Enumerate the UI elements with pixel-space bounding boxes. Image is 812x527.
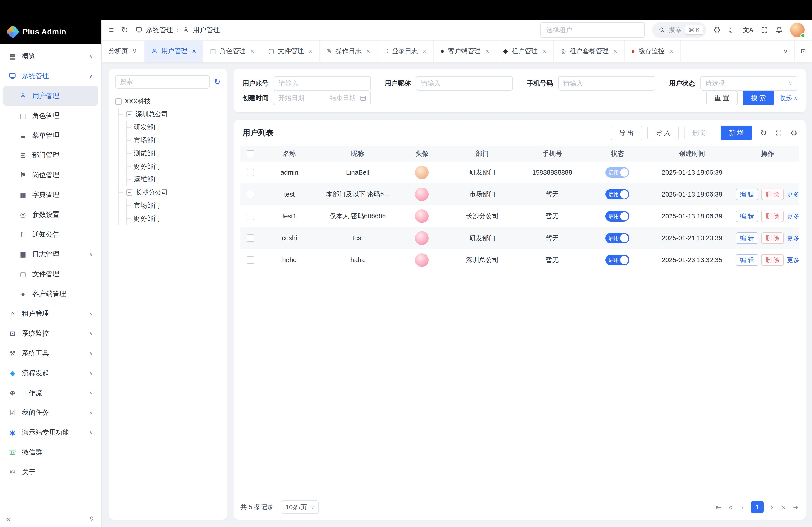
prev-page-icon[interactable]: ‹: [739, 503, 746, 511]
hamburger-icon[interactable]: ≡: [109, 26, 114, 34]
row-checkbox[interactable]: [247, 235, 254, 242]
sidebar-item-post-management[interactable]: ⚑ 岗位管理: [3, 165, 98, 185]
status-toggle[interactable]: 启用: [605, 167, 629, 178]
bell-icon[interactable]: [775, 26, 783, 34]
tree-node-leaf[interactable]: 测试部门: [127, 147, 221, 160]
status-toggle[interactable]: 启用: [605, 211, 629, 221]
close-icon[interactable]: ×: [613, 47, 617, 55]
current-page[interactable]: 1: [751, 501, 763, 513]
sidebar-item-system-monitor[interactable]: ⊡ 系统监控 ∨: [3, 324, 98, 344]
sidebar-item-role-management[interactable]: ◫ 角色管理: [3, 106, 98, 125]
export-button[interactable]: 导 出: [611, 125, 642, 140]
tab-operation-log[interactable]: ✎ 操作日志 ×: [320, 41, 377, 61]
tree-node-leaf[interactable]: 运维部门: [127, 173, 221, 186]
nickname-input[interactable]: [416, 76, 513, 91]
row-checkbox[interactable]: [247, 213, 254, 220]
edit-button[interactable]: 编 辑: [736, 211, 758, 222]
pin-icon[interactable]: [89, 516, 95, 522]
search-button[interactable]: 搜 索: [743, 91, 774, 105]
phone-input[interactable]: [558, 76, 655, 91]
sidebar-item-system-tools[interactable]: ⚒ 系统工具 ∨: [3, 343, 98, 363]
sidebar-item-user-management[interactable]: 用户管理: [3, 86, 98, 106]
first-page-icon[interactable]: ⇤: [715, 503, 722, 511]
tree-search-input[interactable]: [115, 75, 210, 89]
sidebar-item-tenant-management[interactable]: ⌂ 租户管理 ∨: [3, 304, 98, 324]
status-toggle[interactable]: 启用: [605, 255, 629, 265]
sidebar-item-about[interactable]: © 关于: [3, 462, 98, 482]
tabs-layout-icon[interactable]: ⊡: [794, 41, 812, 61]
tree-collapse-icon[interactable]: [126, 111, 132, 118]
more-button[interactable]: 更多: [787, 212, 799, 221]
sidebar-item-department-management[interactable]: ⊞ 部门管理: [3, 146, 98, 165]
more-button[interactable]: 更多: [787, 256, 799, 264]
next-page-icon[interactable]: ›: [768, 503, 775, 511]
gear-icon[interactable]: ⚙: [791, 129, 797, 137]
add-button[interactable]: 新 增: [721, 125, 752, 140]
close-icon[interactable]: ×: [250, 47, 255, 55]
tree-node-leaf[interactable]: 财务部门: [127, 212, 221, 225]
collapse-filters-link[interactable]: 收起 ∧: [779, 93, 797, 103]
tab-tenant-package[interactable]: ◎ 租户套餐管理 ×: [553, 41, 624, 61]
tab-client-management[interactable]: ● 客户端管理 ×: [434, 41, 496, 61]
delete-button[interactable]: 删 除: [761, 232, 784, 244]
refresh-icon[interactable]: ↻: [760, 129, 767, 137]
delete-button[interactable]: 删 除: [761, 189, 784, 200]
status-select[interactable]: 请选择 ∨: [700, 76, 797, 91]
sidebar-item-my-tasks[interactable]: ☑ 我的任务 ∨: [3, 403, 98, 423]
sidebar-item-log-management[interactable]: ▦ 日志管理 ∨: [3, 244, 98, 264]
sidebar-item-file-management[interactable]: ▢ 文件管理: [3, 264, 98, 284]
refresh-icon[interactable]: ↻: [121, 26, 128, 34]
sidebar-item-param-settings[interactable]: ◎ 参数设置: [3, 205, 98, 225]
sidebar-item-menu-management[interactable]: ≣ 菜单管理: [3, 125, 98, 146]
tree-collapse-icon[interactable]: [126, 189, 132, 196]
close-icon[interactable]: ×: [542, 47, 547, 55]
sidebar-item-system-management[interactable]: 系统管理 ∧: [3, 66, 98, 86]
close-icon[interactable]: ×: [366, 47, 371, 55]
page-size-select[interactable]: 10条/页 ∨: [281, 500, 319, 514]
tree-node-branch[interactable]: 深圳总公司: [119, 108, 221, 121]
more-button[interactable]: 更多: [787, 190, 799, 199]
reset-button[interactable]: 重 置: [706, 91, 738, 105]
tree-node-leaf[interactable]: 研发部门: [127, 121, 221, 134]
close-icon[interactable]: ×: [192, 47, 196, 55]
global-search[interactable]: 搜索 ⌘ K: [652, 22, 706, 37]
status-toggle[interactable]: 启用: [605, 189, 629, 199]
sidebar-collapse-button[interactable]: «: [6, 515, 10, 523]
import-button[interactable]: 导 入: [647, 125, 679, 140]
more-button[interactable]: 更多: [787, 234, 799, 242]
sidebar-item-notice[interactable]: ⚐ 通知公告: [3, 225, 98, 244]
gear-icon[interactable]: ⚙: [713, 26, 721, 34]
tenant-select[interactable]: [540, 22, 644, 37]
sidebar-item-client-management[interactable]: ● 客户端管理: [3, 284, 98, 304]
tree-node-branch[interactable]: 长沙分公司: [119, 186, 221, 199]
close-icon[interactable]: ×: [485, 47, 489, 55]
edit-button[interactable]: 编 辑: [736, 254, 758, 266]
select-all-checkbox[interactable]: [247, 150, 254, 157]
tree-node-leaf[interactable]: 市场部门: [127, 199, 221, 212]
tree-refresh-icon[interactable]: ↻: [214, 77, 221, 86]
tree-node-leaf[interactable]: 市场部门: [127, 134, 221, 147]
moon-icon[interactable]: ☾: [728, 26, 736, 34]
tree-node-root[interactable]: XXX科技: [115, 95, 221, 108]
last-page-icon[interactable]: ⇥: [792, 503, 799, 511]
sidebar-item-overview[interactable]: ▤ 概览 ∨: [3, 46, 98, 66]
user-avatar[interactable]: [790, 23, 805, 37]
delete-button[interactable]: 删 除: [761, 254, 784, 266]
pin-icon[interactable]: [132, 48, 137, 54]
delete-button[interactable]: 删 除: [684, 125, 715, 140]
sidebar-item-workflow[interactable]: ⊕ 工作流 ∨: [3, 383, 98, 403]
breadcrumb-item[interactable]: 系统管理: [146, 26, 173, 35]
tree-node-leaf[interactable]: 财务部门: [127, 160, 221, 173]
close-icon[interactable]: ×: [669, 47, 673, 55]
prev-group-icon[interactable]: «: [727, 503, 734, 511]
close-icon[interactable]: ×: [423, 47, 427, 55]
date-range-picker[interactable]: 开始日期 → 结束日期: [274, 91, 371, 105]
tab-user-management[interactable]: 用户管理 ×: [145, 41, 203, 61]
row-checkbox[interactable]: [247, 256, 254, 264]
tree-collapse-icon[interactable]: [115, 98, 121, 105]
tab-analysis[interactable]: 分析页: [102, 41, 145, 61]
sidebar-item-process-initiation[interactable]: ◆ 流程发起 ∨: [3, 363, 98, 383]
tab-tenant-management[interactable]: ◆ 租户管理 ×: [496, 41, 554, 61]
sidebar-item-demo-features[interactable]: ◉ 演示站专用功能 ∨: [3, 423, 98, 442]
edit-button[interactable]: 编 辑: [736, 232, 758, 244]
